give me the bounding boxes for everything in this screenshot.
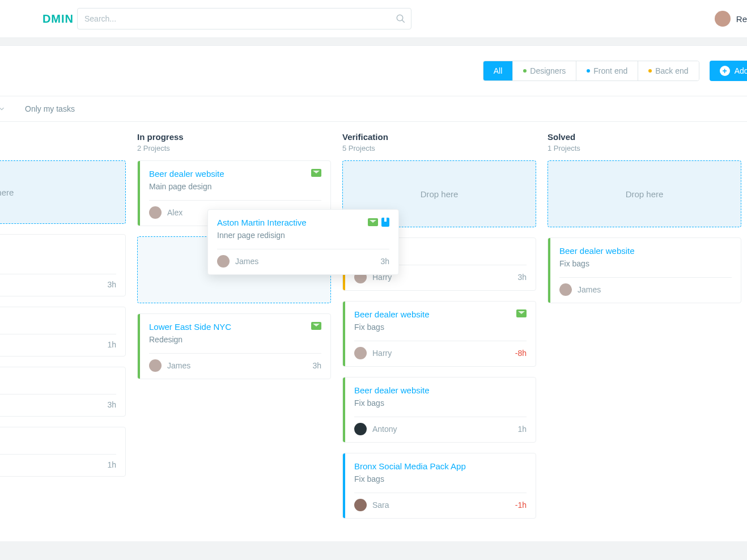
column-title: In progress <box>137 132 331 142</box>
kanban-column-verification: Verification 5 Projects Drop here age St… <box>342 122 536 519</box>
header: DMIN Rebecca <box>0 0 747 38</box>
filter-label: Designers <box>530 66 566 75</box>
filter-designers[interactable]: Designers <box>513 61 576 80</box>
task-card[interactable]: Beer dealer websiteFix bags James <box>547 237 741 303</box>
filter-all[interactable]: All <box>483 61 513 80</box>
bottom-bar <box>0 541 747 560</box>
drop-label: Drop here <box>0 188 14 197</box>
chevron-down-icon[interactable] <box>0 105 6 113</box>
task-card[interactable]: Media Pack App 1h <box>0 307 126 357</box>
user-menu[interactable]: Rebecca <box>715 11 747 27</box>
kanban-column-solved: Solved 1 Projects Drop here Beer dealer … <box>547 122 741 519</box>
assignee-name: Antony <box>372 425 397 434</box>
assignee-name: Alex <box>167 208 182 217</box>
column-sub: 5 Projects <box>342 144 536 152</box>
card-sub: Main page design <box>149 182 224 191</box>
filter-label: Front end <box>593 66 627 75</box>
task-card[interactable]: Lower East Side NYCRedesign James3h <box>137 313 331 379</box>
card-time: -1h <box>515 500 527 510</box>
dropzone[interactable]: Drop here <box>547 160 741 227</box>
plus-icon: + <box>720 66 730 76</box>
drop-label: Drop here <box>421 189 459 199</box>
board: Drop here ructionsign 3h Media Pack App … <box>0 122 747 536</box>
card-title: Bronx Social Media Pack App <box>354 461 466 471</box>
card-time: 3h <box>312 361 321 370</box>
toolbar: All Designers Front end Back end + Add a… <box>0 46 747 96</box>
assignee-name: Harry <box>372 349 392 358</box>
dropzone[interactable]: Drop here <box>0 160 126 224</box>
task-card[interactable]: Beer dealer websiteFix bags Antony1h <box>342 377 536 443</box>
avatar <box>559 283 572 296</box>
assignee-name: James <box>235 257 258 266</box>
task-card[interactable]: Beer dealer websiteFix bags Harry-8h <box>342 301 536 367</box>
mail-icon <box>311 169 321 177</box>
avatar <box>715 11 731 27</box>
graybar <box>0 38 747 46</box>
bookmark-icon <box>381 218 389 227</box>
card-sub: Fix bags <box>559 259 635 268</box>
user-name: Rebecca <box>736 14 747 24</box>
card-sub: Inner page redisign <box>217 231 307 240</box>
task-card[interactable]: Bronx Social Media Pack AppFix bags Sara… <box>342 453 536 519</box>
column-title: Verification <box>342 132 536 142</box>
avatar <box>354 423 367 435</box>
add-label: Add a t <box>735 66 747 75</box>
add-task-button[interactable]: + Add a t <box>710 61 747 81</box>
card-title: Aston Martin Interactive <box>217 218 307 227</box>
card-title: Beer dealer website <box>354 309 430 319</box>
subrow: Only my tasks <box>0 96 747 122</box>
svg-line-1 <box>402 20 405 23</box>
card-title: Lower East Side NYC <box>149 322 231 332</box>
card-title: Beer dealer website <box>149 169 224 179</box>
search-input[interactable] <box>77 8 411 29</box>
drop-label: Drop here <box>626 189 664 199</box>
mail-icon <box>311 322 321 330</box>
card-sub: Fix bags <box>354 474 466 483</box>
card-time: 1h <box>107 340 116 349</box>
card-time: 1h <box>107 460 116 469</box>
column-sub: 2 Projects <box>137 144 331 152</box>
avatar <box>217 255 230 268</box>
dot-icon <box>523 69 527 73</box>
filter-frontend[interactable]: Front end <box>576 61 638 80</box>
only-my-tasks[interactable]: Only my tasks <box>25 104 75 113</box>
search-icon[interactable] <box>396 14 406 24</box>
mail-icon <box>516 309 527 317</box>
task-card[interactable]: ructionsign 3h <box>0 234 126 296</box>
mail-icon <box>368 218 378 226</box>
card-sub: Fix bags <box>354 323 430 332</box>
avatar <box>149 206 162 219</box>
task-card[interactable]: Media Pack App 1h <box>0 427 126 477</box>
dragging-card[interactable]: Aston Martin InteractiveInner page redis… <box>207 209 399 275</box>
card-title: Beer dealer website <box>354 385 430 395</box>
dot-icon <box>648 69 652 73</box>
card-title: Beer dealer website <box>559 246 635 256</box>
filter-group: All Designers Front end Back end <box>483 61 699 81</box>
card-sub: Redesign <box>149 335 231 344</box>
kanban-column-in-progress: In progress 2 Projects Beer dealer websi… <box>137 122 331 519</box>
task-card[interactable]: ge Studio 3h <box>0 367 126 417</box>
filter-backend[interactable]: Back end <box>638 61 698 80</box>
column-title: Solved <box>547 132 741 142</box>
assignee-name: James <box>167 361 190 370</box>
avatar <box>354 499 367 511</box>
search-wrap <box>77 8 411 29</box>
card-sub: Fix bags <box>354 398 430 408</box>
card-time: 1h <box>517 425 527 434</box>
card-time: 3h <box>107 280 116 289</box>
assignee-name: James <box>578 285 601 294</box>
logo: DMIN <box>0 12 74 26</box>
card-time: 3h <box>380 257 389 266</box>
svg-point-0 <box>397 15 403 21</box>
avatar <box>354 347 367 359</box>
column-sub: 1 Projects <box>547 144 741 152</box>
assignee-name: Sara <box>372 500 389 510</box>
filter-label: Back end <box>655 66 688 75</box>
dot-icon <box>587 69 590 73</box>
card-time: 3h <box>517 273 527 282</box>
card-time: -8h <box>515 349 527 358</box>
avatar <box>149 359 162 372</box>
card-time: 3h <box>107 400 116 409</box>
kanban-column: Drop here ructionsign 3h Media Pack App … <box>0 122 126 519</box>
